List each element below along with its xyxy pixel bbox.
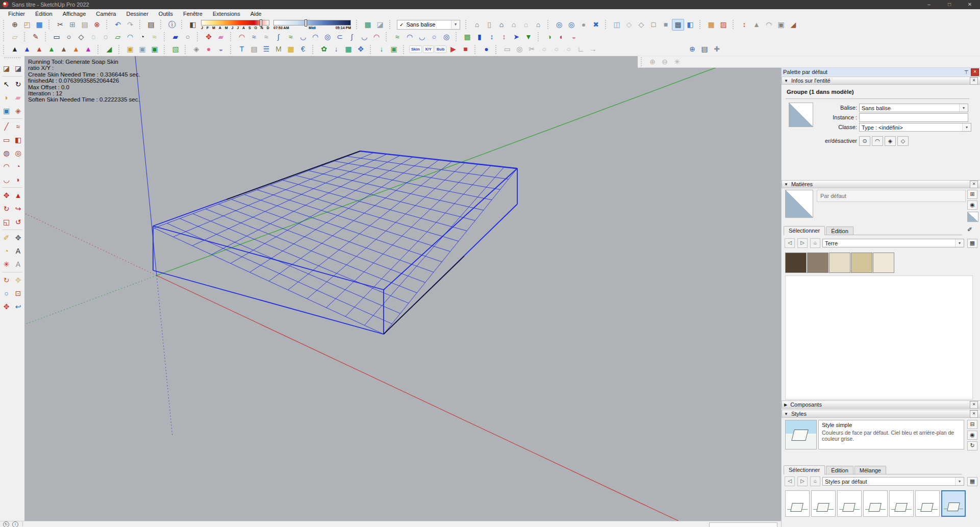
half-curve-icon[interactable]: ◡ (358, 31, 370, 43)
split-icon[interactable]: ✥ (355, 43, 367, 55)
eyedropper-icon[interactable]: ✐ (967, 226, 972, 233)
chevron-down-icon[interactable]: ▾ (955, 478, 964, 485)
menu-fichier[interactable]: Fichier (3, 11, 30, 17)
eraser-icon[interactable]: ▰ (13, 92, 23, 103)
display-panes-icon[interactable]: ⊞ (967, 190, 977, 199)
move-face-icon[interactable]: ✥ (203, 31, 215, 43)
pie-plane-icon[interactable]: ◔ (136, 31, 148, 43)
back-arrow-icon[interactable]: ◁ (785, 476, 795, 486)
home-icon[interactable]: ⌂ (495, 19, 508, 31)
smoove-icon[interactable]: ◠ (763, 19, 775, 31)
shed-icon[interactable]: ⌂ (508, 19, 520, 31)
arrow-tool-icon[interactable]: → (587, 43, 599, 55)
s-curve-icon[interactable]: ∫ (346, 31, 358, 43)
paste-icon[interactable]: ▤ (79, 19, 91, 31)
import-cube-icon[interactable]: ↓ (330, 43, 342, 55)
wireframe-style-icon[interactable]: ◇ (635, 19, 647, 31)
forward-arrow-icon[interactable]: ▷ (797, 476, 808, 486)
n-curve-icon[interactable]: ◠ (309, 31, 321, 43)
u-curve-icon[interactable]: ◡ (297, 31, 309, 43)
forward-arrow-icon[interactable]: ▷ (797, 238, 808, 248)
euro-icon[interactable]: € (297, 43, 309, 55)
home-icon[interactable]: ⌂ (810, 476, 820, 486)
update-style-icon[interactable]: ↻ (967, 441, 977, 450)
style-collection-select[interactable]: Styles par défaut ▾ (822, 477, 964, 486)
close-button[interactable]: ✕ (960, 0, 980, 9)
stop-icon[interactable]: ■ (459, 43, 471, 55)
loop-icon[interactable]: ◎ (321, 31, 334, 43)
settings-gear-icon[interactable]: ✳ (671, 56, 683, 68)
maximize-button[interactable]: □ (939, 0, 960, 9)
eye-icon[interactable]: ⊙ (859, 136, 870, 146)
create-material-icon[interactable]: ◉ (967, 200, 977, 210)
rotate-select-tool-icon[interactable]: ↻ (13, 79, 23, 90)
pin-icon[interactable]: ⊤ (963, 69, 970, 75)
push-pull-blue-icon[interactable]: ▲ (21, 43, 33, 55)
unlock-icon[interactable]: ◠ (872, 136, 883, 146)
menu-fenetre[interactable]: Fenêtre (178, 11, 208, 17)
blue-block-icon[interactable]: ▮ (473, 31, 486, 43)
box-yellow-icon[interactable]: ▣ (124, 43, 136, 55)
chevron-down-icon[interactable]: ▾ (955, 239, 964, 247)
push-pull-brown-icon[interactable]: ▲ (58, 43, 70, 55)
c-curve-icon[interactable]: ⊂ (334, 31, 346, 43)
classe-select[interactable]: Type : <indéfini> ▾ (859, 123, 971, 132)
bulb-3-icon[interactable]: ○ (562, 43, 574, 55)
orbit-tool-icon[interactable]: ↻ (2, 274, 12, 286)
section-close-icon[interactable]: ✕ (970, 181, 978, 188)
component-attributes-icon[interactable]: ● (577, 19, 590, 31)
axes-tool-icon[interactable]: ✳ (2, 259, 12, 270)
zoom-extents-tool-icon[interactable]: ✥ (2, 301, 12, 312)
edit-mesh-icon[interactable]: ▩ (461, 31, 473, 43)
drop-icon[interactable]: ● (203, 43, 215, 55)
font-tool-icon[interactable]: T (236, 43, 248, 55)
pipe-tool-icon[interactable]: ∟ (574, 43, 587, 55)
tab-style-selectionner[interactable]: Sélectionner (784, 465, 825, 474)
balise-select[interactable]: Sans balise ▾ (859, 104, 968, 112)
play-icon[interactable]: ▶ (447, 43, 459, 55)
person-icon[interactable]: ● (480, 43, 492, 55)
arc-c-icon[interactable]: ◡ (416, 31, 428, 43)
model-info-icon[interactable]: ⓘ (166, 19, 178, 31)
shaded-style-icon[interactable]: ■ (660, 19, 672, 31)
flag-vertex-icon[interactable]: ▼ (522, 31, 535, 43)
donut-tool-icon[interactable]: ◎ (513, 43, 525, 55)
print-icon[interactable]: ▤ (145, 19, 157, 31)
material-swatch-4[interactable] (851, 253, 872, 273)
menu-camera[interactable]: Caméra (91, 11, 121, 17)
rotate-tool-icon[interactable]: ↻ (2, 203, 12, 214)
joint-push-pull-menu-icon[interactable]: ◢ (103, 43, 115, 55)
freehand-plane-icon[interactable]: ≈ (148, 31, 161, 43)
section-close-icon[interactable]: ✕ (970, 77, 978, 85)
details-icon[interactable]: ▦ (967, 477, 977, 488)
rectangle-tool-icon[interactable]: ▭ (2, 134, 12, 145)
select-tool-icon[interactable]: ↖ (2, 79, 12, 90)
push-pull-green-icon[interactable]: ▲ (45, 43, 58, 55)
toggle-terrain-icon[interactable]: ◪ (374, 19, 386, 31)
tab-material-edition[interactable]: Édition (826, 227, 853, 235)
tag-dropdown[interactable]: ✓Sans balise▾ (397, 20, 460, 30)
arc-tool-icon[interactable]: ◠ (2, 161, 12, 172)
minimize-button[interactable]: – (919, 0, 939, 9)
box-gray-icon[interactable]: ▣ (136, 43, 148, 55)
push-pull-tool-icon[interactable]: ▲ (13, 190, 23, 201)
model-zoom-icon[interactable]: ⊕ (686, 43, 698, 55)
shadow-date-slider[interactable]: JFMAMJJASOND (201, 20, 269, 30)
erase-face-icon[interactable]: ▰ (215, 31, 227, 43)
leaf-icon[interactable]: ✿ (318, 43, 330, 55)
material-swatch-3[interactable] (829, 253, 850, 273)
repair-icon[interactable]: ✚ (711, 43, 723, 55)
section-entity-info-header[interactable]: ▼ Infos sur l'entité ✕ (782, 77, 980, 85)
save-model-icon[interactable]: ▦ (342, 43, 355, 55)
tray-close-icon[interactable]: ✕ (971, 68, 979, 76)
textured-box-icon[interactable]: ▦ (705, 19, 717, 31)
push-pull-orange-icon[interactable]: ▲ (70, 43, 82, 55)
from-contours-icon[interactable]: ↕ (738, 19, 750, 31)
section-close-icon[interactable]: ✕ (970, 401, 978, 409)
component-tool-icon[interactable]: ▣ (2, 105, 12, 116)
pie-tool-icon[interactable]: ◔ (13, 161, 23, 172)
section-styles-header[interactable]: ▼ Styles ✕ (782, 410, 980, 418)
ellipse-plane-icon[interactable]: ◌ (87, 31, 99, 43)
section-close-icon[interactable]: ✕ (970, 410, 978, 418)
geolocate-icon[interactable]: ↻ (3, 521, 9, 527)
